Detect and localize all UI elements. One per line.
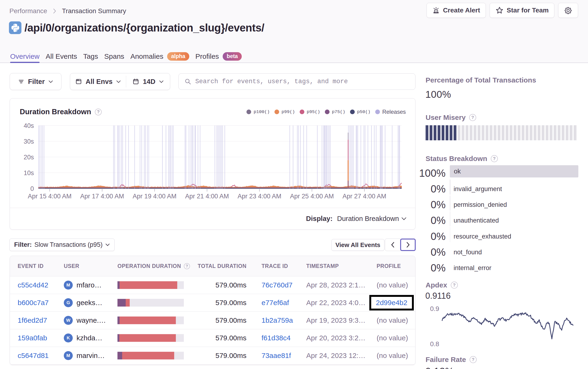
misery-bar-empty: [562, 125, 565, 140]
trace-id-link[interactable]: 1b2a759a: [262, 316, 293, 324]
environment-dropdown[interactable]: All Envs: [70, 73, 126, 90]
misery-bar-empty: [522, 125, 525, 140]
star-for-team-button[interactable]: Star for Team: [490, 3, 554, 18]
event-id-link[interactable]: 159a0fab: [18, 334, 47, 342]
legend-dot: [325, 110, 330, 114]
user-avatar: K: [64, 333, 73, 342]
slow-transactions-filter[interactable]: Filter: Slow Transactions (p95): [10, 239, 115, 251]
header-actions: Create Alert Star for Team: [427, 3, 578, 18]
misery-bar-empty: [554, 125, 556, 140]
view-all-label: View All Events: [336, 241, 380, 249]
user-name: kzhda…: [76, 334, 102, 342]
svg-text:Apr 27 4:00 AM: Apr 27 4:00 AM: [343, 193, 386, 200]
create-alert-button[interactable]: Create Alert: [427, 3, 486, 18]
filter2-label: Filter:: [14, 241, 32, 249]
legend-item[interactable]: p99(): [274, 109, 295, 114]
status-label: internal_error: [454, 264, 492, 272]
misery-bar-empty: [486, 125, 488, 140]
misery-bar-empty: [462, 125, 464, 140]
failure-rate-value: 0.12%: [425, 366, 454, 369]
help-icon[interactable]: ?: [469, 114, 476, 121]
status-label: resource_exhausted: [454, 233, 511, 240]
chevron-left-icon: [391, 242, 395, 248]
misery-bar-empty: [466, 125, 468, 140]
svg-text:Apr 17 4:00 AM: Apr 17 4:00 AM: [80, 193, 124, 200]
event-id-link[interactable]: c5647d81: [18, 352, 49, 359]
svg-text:Apr 21 4:00 AM: Apr 21 4:00 AM: [185, 193, 229, 200]
breadcrumb-chevron-icon: [53, 8, 56, 14]
legend-item[interactable]: p75(): [325, 109, 345, 114]
display-label: Display:: [306, 215, 333, 223]
trace-id-link[interactable]: e77ef6af: [262, 299, 289, 307]
apdex-sparkline: [438, 301, 584, 353]
tab-profiles[interactable]: Profilesbeta: [195, 50, 242, 63]
trace-id-link[interactable]: 73aae81f: [262, 352, 291, 359]
trace-id-link[interactable]: f61d38c4: [262, 334, 291, 342]
legend-item[interactable]: p95(): [300, 109, 320, 114]
breadcrumb-performance[interactable]: Performance: [10, 7, 47, 15]
legend-item[interactable]: Releases: [375, 109, 406, 115]
tab-all-events[interactable]: All Events: [46, 50, 77, 63]
misery-bar-empty: [534, 125, 536, 140]
display-value[interactable]: Duration Breakdown: [337, 215, 399, 223]
chevron-down-icon: [401, 217, 407, 220]
view-all-events-button[interactable]: View All Events: [331, 239, 384, 251]
event-id-link[interactable]: b600c7a7: [18, 299, 49, 307]
status-bar: [450, 227, 450, 242]
filter-dropdown[interactable]: Filter: [10, 73, 62, 90]
legend-label: p75(): [332, 109, 345, 114]
search-input[interactable]: [195, 78, 409, 85]
status-label: unauthenticated: [454, 217, 499, 224]
svg-text:Apr 25 4:00 AM: Apr 25 4:00 AM: [290, 193, 334, 200]
env-period-group: All Envs 14D: [70, 73, 170, 90]
trace-id-link[interactable]: 76c760d7: [262, 281, 293, 289]
next-page-button[interactable]: [400, 239, 416, 251]
chart-header: Duration Breakdown ? p100()p99()p95()p75…: [20, 107, 406, 116]
status-row: 0% resource_exhausted: [424, 229, 578, 244]
total-duration: 579.00ms: [178, 281, 246, 289]
status-pct: 100%: [419, 167, 446, 179]
legend-item[interactable]: p100(): [246, 109, 270, 114]
help-icon[interactable]: ?: [470, 356, 477, 363]
table-row: c5647d81 Mmarvin… 579.00ms 73aae81f Apr …: [10, 347, 415, 365]
misery-bar-filled: [438, 125, 441, 140]
event-id-link[interactable]: c55c4d42: [18, 281, 48, 289]
legend-label: Releases: [382, 109, 406, 115]
date-range-dropdown[interactable]: 14D: [126, 73, 170, 90]
tab-spans[interactable]: Spans: [104, 50, 124, 63]
settings-button[interactable]: [558, 3, 578, 18]
search-box: [178, 73, 415, 90]
event-id-link[interactable]: 1f6ed2d7: [18, 316, 47, 324]
profile-link[interactable]: 2d99e4b2: [376, 299, 407, 307]
misery-bar-empty: [478, 125, 480, 140]
col-event-id: EVENT ID: [18, 263, 43, 269]
tab-overview[interactable]: Overview: [10, 50, 40, 63]
tab-tags[interactable]: Tags: [83, 50, 98, 63]
environment-label: All Envs: [86, 78, 113, 86]
user-avatar: M: [64, 351, 73, 360]
help-icon[interactable]: ?: [95, 109, 102, 115]
failure-rate-heading: Failure Rate?: [426, 356, 477, 364]
misery-bar-empty: [566, 125, 568, 140]
help-icon[interactable]: ?: [451, 282, 458, 289]
title-row: /api/0/organizations/{organization_slug}…: [9, 21, 264, 34]
pct-total-heading: Percentage of Total Transactions: [426, 76, 536, 84]
misery-bar-empty: [474, 125, 476, 140]
date-range-label: 14D: [143, 78, 155, 86]
tab-anomalies[interactable]: Anomaliesalpha: [130, 50, 189, 63]
status-label: not_found: [454, 249, 482, 256]
user-cell: Kkzhda…: [64, 333, 102, 342]
search-icon: [185, 78, 191, 85]
timestamp: Apr 19, 2023 9:3…: [306, 316, 366, 324]
help-icon[interactable]: ?: [491, 155, 498, 162]
total-duration: 579.00ms: [178, 352, 246, 359]
previous-page-button[interactable]: [385, 239, 400, 251]
misery-bar-empty: [490, 125, 493, 140]
events-table: EVENT ID USER OPERATION DURATION? TOTAL …: [10, 256, 415, 365]
chevron-right-icon: [406, 242, 410, 248]
legend-dot: [274, 110, 279, 114]
misery-bar-empty: [574, 125, 577, 140]
legend-item[interactable]: p50(): [350, 109, 370, 114]
misery-bar-empty: [542, 125, 545, 140]
filter-label: Filter: [28, 78, 45, 86]
